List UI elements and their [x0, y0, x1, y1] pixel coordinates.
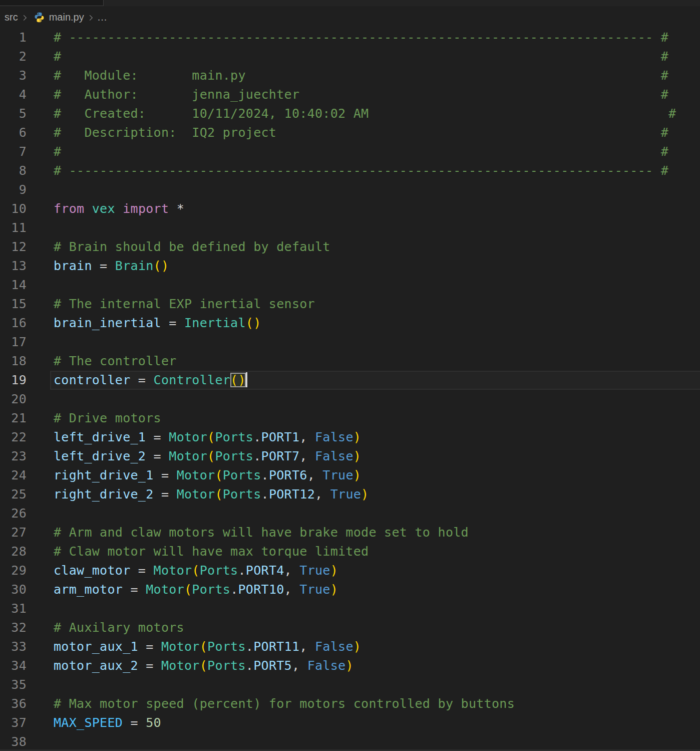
code-line[interactable]: 9: [0, 180, 700, 199]
line-number[interactable]: 13: [0, 257, 50, 276]
code-token: Brain: [115, 259, 154, 273]
code-line[interactable]: 12# Brain should be defined by default: [0, 237, 700, 257]
code-line[interactable]: 36# Max motor speed (percent) for motors…: [0, 694, 700, 713]
breadcrumb-item-file[interactable]: main.py: [48, 12, 85, 23]
line-number[interactable]: 26: [0, 504, 50, 523]
code-line[interactable]: 4# Author: jenna_juechter #: [0, 85, 700, 104]
line-number[interactable]: 14: [0, 276, 50, 295]
line-number[interactable]: 29: [0, 561, 50, 580]
code-token: # Author: jenna_juechter #: [54, 87, 668, 102]
line-number[interactable]: 22: [0, 428, 50, 447]
code-line[interactable]: 26: [0, 504, 700, 523]
code-line[interactable]: 35: [0, 675, 700, 694]
code-line[interactable]: 10from vex import *: [0, 199, 700, 218]
line-number[interactable]: 23: [0, 447, 50, 466]
code-line[interactable]: 22left_drive_1 = Motor(Ports.PORT1, Fals…: [0, 428, 700, 447]
code-line[interactable]: 32# Auxilary motors: [0, 618, 700, 637]
code-line-content: right_drive_2 = Motor(Ports.PORT12, True…: [50, 485, 700, 504]
line-number[interactable]: 19: [0, 371, 50, 390]
line-number[interactable]: 28: [0, 542, 50, 561]
line-number[interactable]: 16: [0, 314, 50, 333]
line-number[interactable]: 33: [0, 637, 50, 656]
line-number[interactable]: 15: [0, 295, 50, 314]
line-number[interactable]: 3: [0, 66, 50, 85]
active-tab[interactable]: [0, 0, 104, 6]
line-number[interactable]: 21: [0, 409, 50, 428]
line-number[interactable]: 25: [0, 485, 50, 504]
line-number[interactable]: 17: [0, 333, 50, 352]
code-line[interactable]: 18# The controller: [0, 352, 700, 371]
code-line-content: [50, 180, 700, 199]
code-line[interactable]: 15# The internal EXP inertial sensor: [0, 295, 700, 314]
code-token: ): [354, 639, 361, 654]
code-line[interactable]: 24right_drive_1 = Motor(Ports.PORT6, Tru…: [0, 466, 700, 485]
code-line[interactable]: 11: [0, 218, 700, 237]
line-number[interactable]: 24: [0, 466, 50, 485]
code-line[interactable]: 20: [0, 390, 700, 409]
line-number[interactable]: 7: [0, 142, 50, 161]
code-token: ,: [299, 639, 315, 654]
line-number[interactable]: 1: [0, 28, 50, 47]
code-token: Ports: [215, 449, 253, 463]
code-line-content: [50, 333, 700, 352]
code-token: vex: [92, 201, 115, 216]
code-line[interactable]: 28# Claw motor will have max torque limi…: [0, 542, 700, 561]
code-line[interactable]: 27# Arm and claw motors will have brake …: [0, 523, 700, 542]
tab-bar: [0, 0, 700, 6]
code-token: Motor: [169, 430, 207, 444]
code-token: ): [354, 468, 361, 482]
breadcrumb-item-symbol-path[interactable]: ...: [97, 12, 109, 23]
code-line[interactable]: 1# -------------------------------------…: [0, 28, 700, 47]
code-token: True: [330, 487, 361, 502]
code-line[interactable]: 37MAX_SPEED = 50: [0, 713, 700, 732]
code-line[interactable]: 6# Description: IQ2 project #: [0, 123, 700, 142]
line-number[interactable]: 35: [0, 675, 50, 694]
code-line[interactable]: 13brain = Brain(): [0, 257, 700, 276]
line-number[interactable]: 12: [0, 237, 50, 257]
code-line[interactable]: 21# Drive motors: [0, 409, 700, 428]
code-line[interactable]: 17: [0, 333, 700, 352]
line-number[interactable]: 37: [0, 713, 50, 732]
code-line[interactable]: 33motor_aux_1 = Motor(Ports.PORT11, Fals…: [0, 637, 700, 656]
code-line-content: MAX_SPEED = 50: [50, 713, 700, 732]
line-number[interactable]: 38: [0, 732, 50, 751]
line-number[interactable]: 36: [0, 694, 50, 713]
code-line[interactable]: 38: [0, 732, 700, 751]
line-number[interactable]: 11: [0, 218, 50, 237]
line-number[interactable]: 32: [0, 618, 50, 637]
breadcrumb-item-folder[interactable]: src: [4, 12, 19, 23]
line-number[interactable]: 20: [0, 390, 50, 409]
code-line[interactable]: 7# #: [0, 142, 700, 161]
line-number[interactable]: 27: [0, 523, 50, 542]
code-line[interactable]: 23left_drive_2 = Motor(Ports.PORT7, Fals…: [0, 447, 700, 466]
line-number[interactable]: 8: [0, 161, 50, 180]
code-line[interactable]: 30arm_motor = Motor(Ports.PORT10, True): [0, 580, 700, 599]
line-number[interactable]: 18: [0, 352, 50, 371]
code-token: from: [54, 201, 84, 216]
code-line[interactable]: 14: [0, 276, 700, 295]
code-line[interactable]: 34motor_aux_2 = Motor(Ports.PORT5, False…: [0, 656, 700, 675]
line-number[interactable]: 9: [0, 180, 50, 199]
code-token: # Description: IQ2 project #: [54, 125, 668, 140]
code-line[interactable]: 16brain_inertial = Inertial(): [0, 314, 700, 333]
code-token: =: [146, 430, 169, 444]
line-number[interactable]: 6: [0, 123, 50, 142]
line-number[interactable]: 31: [0, 599, 50, 618]
line-number[interactable]: 2: [0, 47, 50, 66]
line-number[interactable]: 4: [0, 85, 50, 104]
code-line[interactable]: 2# #: [0, 47, 700, 66]
code-line[interactable]: 3# Module: main.py #: [0, 66, 700, 85]
code-token: # #: [54, 49, 668, 64]
code-line[interactable]: 31: [0, 599, 700, 618]
code-line-content: brain = Brain(): [50, 257, 700, 276]
line-number[interactable]: 10: [0, 199, 50, 218]
code-line[interactable]: 5# Created: 10/11/2024, 10:40:02 AM #: [0, 104, 700, 123]
code-token: =: [154, 487, 177, 502]
line-number[interactable]: 5: [0, 104, 50, 123]
line-number[interactable]: 34: [0, 656, 50, 675]
line-number[interactable]: 30: [0, 580, 50, 599]
code-line[interactable]: 29claw_motor = Motor(Ports.PORT4, True): [0, 561, 700, 580]
code-line[interactable]: 25right_drive_2 = Motor(Ports.PORT12, Tr…: [0, 485, 700, 504]
code-line[interactable]: 19controller = Controller(): [0, 371, 700, 390]
code-line[interactable]: 8# -------------------------------------…: [0, 161, 700, 180]
